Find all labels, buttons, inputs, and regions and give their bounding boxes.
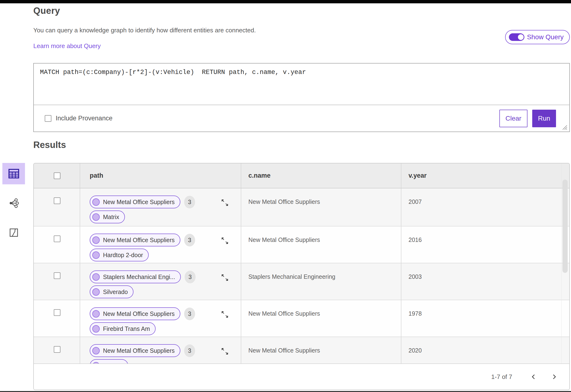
path-node-label: Staplers Mechanical Engi...: [103, 274, 175, 280]
edge-count-badge: 3: [185, 271, 196, 283]
path-node-pill[interactable]: Staplers Mechanical Engi...: [90, 270, 181, 283]
header-checkbox-cell: [34, 163, 80, 188]
path-node-pill[interactable]: New Metal Office Suppliers: [90, 196, 180, 208]
include-provenance-checkbox[interactable]: [45, 115, 51, 122]
table-view-button[interactable]: [2, 163, 25, 184]
table-pagination: 1-7 of 7: [34, 364, 569, 390]
path-node-label: New Metal Office Suppliers: [103, 199, 175, 206]
path-node-pill[interactable]: Matrix: [90, 210, 125, 223]
table-row: New Metal Office Suppliers 3 Ranger New …: [34, 337, 569, 364]
toggle-knob: [517, 34, 524, 41]
show-query-toggle[interactable]: Show Query: [505, 30, 570, 44]
path-node-pill[interactable]: New Metal Office Suppliers: [90, 234, 180, 246]
node-dot-icon: [92, 273, 100, 281]
node-dot-icon: [92, 237, 100, 244]
include-provenance-label: Include Provenance: [56, 115, 113, 122]
node-dot-icon: [92, 252, 100, 259]
vyear-cell: 2016: [409, 237, 422, 243]
cname-cell: New Metal Office Suppliers: [248, 198, 320, 205]
query-panel-footer: Include Provenance Clear Run: [34, 105, 569, 132]
path-node-label: Firebird Trans Am: [103, 325, 150, 332]
row-checkbox[interactable]: [54, 346, 60, 353]
graph-view-button[interactable]: [2, 192, 25, 214]
node-dot-icon: [92, 310, 100, 318]
previous-page-button[interactable]: [529, 372, 538, 381]
query-panel: MATCH path=(c:Company)-[r*2]-(v:Vehicle)…: [33, 63, 570, 132]
row-checkbox[interactable]: [54, 272, 60, 279]
table-row: Staplers Mechanical Engi... 3 Silverado …: [34, 263, 569, 300]
expand-path-icon[interactable]: [221, 237, 229, 245]
path-node-label: Matrix: [103, 214, 119, 221]
node-dot-icon: [92, 198, 100, 206]
page-title: Query: [33, 6, 60, 16]
node-dot-icon: [92, 347, 100, 354]
select-all-checkbox[interactable]: [54, 172, 60, 179]
node-dot-icon: [92, 325, 100, 333]
window-top-bar: [0, 0, 571, 3]
column-header-path: path: [90, 172, 103, 179]
path-node-pill[interactable]: New Metal Office Suppliers: [90, 344, 180, 357]
vyear-cell: 2003: [409, 273, 422, 280]
column-header-vyear: v.year: [409, 172, 427, 179]
expand-path-icon[interactable]: [221, 310, 229, 319]
graph-network-icon: [8, 198, 19, 209]
edge-count-badge: 3: [184, 308, 195, 320]
expand-path-icon[interactable]: [221, 347, 229, 356]
node-dot-icon: [92, 288, 100, 296]
pagination-range: 1-7 of 7: [491, 373, 512, 381]
table-row: New Metal Office Suppliers 3 Firebird Tr…: [34, 300, 569, 337]
path-node-pill[interactable]: Hardtop 2-door: [90, 249, 149, 261]
map-view-button[interactable]: [2, 222, 25, 243]
results-heading: Results: [33, 140, 66, 150]
clear-button[interactable]: Clear: [500, 110, 528, 127]
row-checkbox[interactable]: [54, 197, 60, 204]
expand-path-icon[interactable]: [221, 273, 229, 282]
toggle-switch-icon[interactable]: [509, 33, 524, 41]
next-page-button[interactable]: [549, 372, 559, 381]
cname-cell: Staplers Mechanical Engineering: [248, 273, 335, 280]
results-table: path c.name v.year New Metal Office Supp…: [33, 163, 570, 390]
path-node-label: Silverado: [103, 289, 128, 295]
vyear-cell: 2020: [409, 347, 422, 354]
edge-count-badge: 3: [184, 196, 195, 208]
table-header-row: path c.name v.year: [34, 163, 569, 188]
column-header-cname: c.name: [248, 172, 271, 179]
table-icon: [7, 167, 20, 180]
chevron-right-icon: [551, 374, 557, 380]
scrollbar-thumb[interactable]: [562, 180, 568, 273]
query-page: Query You can query a knowledge graph to…: [0, 0, 571, 392]
path-node-label: New Metal Office Suppliers: [103, 310, 175, 317]
path-node-label: New Metal Office Suppliers: [103, 347, 175, 354]
show-query-label: Show Query: [527, 33, 564, 41]
table-row: New Metal Office Suppliers 3 Hardtop 2-d…: [34, 226, 569, 263]
path-node-label: Hardtop 2-door: [103, 252, 143, 259]
edge-count-badge: 3: [184, 344, 195, 357]
expand-path-icon[interactable]: [221, 198, 229, 207]
table-row: New Metal Office Suppliers 3 Matrix New …: [34, 188, 569, 226]
run-button[interactable]: Run: [532, 110, 556, 127]
page-description: You can query a knowledge graph to ident…: [33, 27, 256, 34]
chevron-left-icon: [530, 374, 537, 380]
path-node-pill[interactable]: Firebird Trans Am: [90, 322, 156, 335]
path-node-pill[interactable]: Silverado: [90, 285, 133, 298]
results-view-rail: [2, 163, 25, 243]
learn-more-link[interactable]: Learn more about Query: [33, 42, 101, 50]
vyear-cell: 2007: [409, 198, 422, 205]
row-checkbox[interactable]: [54, 236, 60, 242]
cname-cell: New Metal Office Suppliers: [248, 310, 320, 317]
vyear-cell: 1978: [409, 310, 422, 317]
path-node-pill[interactable]: New Metal Office Suppliers: [90, 307, 180, 320]
cname-cell: New Metal Office Suppliers: [248, 237, 320, 243]
scrollbar-track: [561, 163, 562, 364]
row-checkbox[interactable]: [54, 309, 60, 316]
node-dot-icon: [92, 213, 100, 221]
map-route-icon: [9, 228, 19, 238]
cname-cell: New Metal Office Suppliers: [248, 347, 320, 354]
path-node-label: New Metal Office Suppliers: [103, 237, 175, 244]
edge-count-badge: 3: [184, 234, 195, 246]
query-input[interactable]: MATCH path=(c:Company)-[r*2]-(v:Vehicle)…: [34, 64, 569, 105]
